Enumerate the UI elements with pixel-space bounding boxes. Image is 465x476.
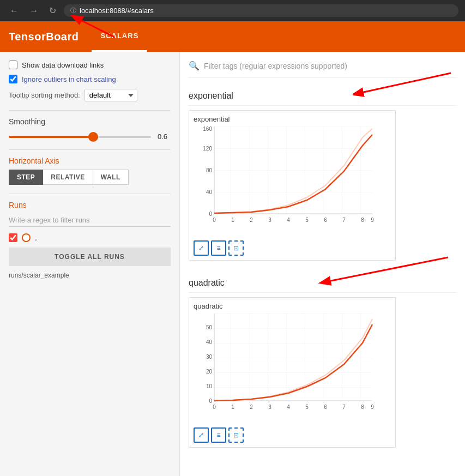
axis-step-button[interactable]: STEP (9, 170, 43, 185)
svg-text:9: 9 (371, 217, 374, 223)
show-download-checkbox[interactable] (9, 61, 17, 69)
chart-svg-container-exponential: 0 40 80 120 160 0 1 2 3 4 5 6 (194, 126, 391, 237)
svg-rect-4 (214, 126, 372, 214)
runs-label: Runs (9, 201, 171, 209)
svg-text:0: 0 (209, 398, 212, 404)
sidebar: Show data download links Ignore outliers… (0, 52, 180, 476)
chart-actions-quadratic: ⤢ ≡ ⊡ (194, 427, 391, 443)
svg-text:3: 3 (268, 217, 271, 223)
svg-text:7: 7 (342, 404, 346, 410)
svg-text:1: 1 (231, 404, 234, 410)
tooltip-sorting-select[interactable]: default ascending descending nearest (84, 89, 137, 101)
expand-chart-exponential[interactable]: ⤢ (194, 240, 209, 256)
chart-title-exponential: exponential (194, 115, 391, 123)
svg-text:1: 1 (231, 217, 234, 223)
ignore-outliers-label[interactable]: Ignore outliers in chart scaling (22, 75, 116, 83)
show-download-links-row: Show data download links (9, 61, 171, 69)
svg-text:2: 2 (250, 217, 253, 223)
horizontal-axis-section: Horizontal Axis STEP RELATIVE WALL (9, 156, 171, 185)
filter-bar: 🔍 (189, 61, 456, 78)
section-header-exponential: exponential (189, 87, 456, 106)
url-text: localhost:8088/#scalars (80, 7, 154, 15)
show-download-label[interactable]: Show data download links (22, 61, 104, 69)
chart-title-quadratic: quadratic (194, 302, 391, 310)
svg-text:0: 0 (209, 211, 212, 217)
section-title-exponential: exponential (189, 91, 233, 101)
main-layout: Show data download links Ignore outliers… (0, 52, 465, 476)
list-chart-exponential[interactable]: ≡ (211, 240, 226, 256)
svg-text:20: 20 (206, 369, 213, 375)
axis-relative-button[interactable]: RELATIVE (43, 170, 93, 185)
data-options-section: Show data download links Ignore outliers… (9, 61, 171, 101)
runs-filter-input[interactable] (9, 214, 171, 227)
ignore-outliers-checkbox[interactable] (9, 75, 17, 83)
divider-2 (9, 149, 171, 150)
smoothing-row: 0.6 (9, 132, 171, 141)
toggle-all-runs-button[interactable]: TOGGLE ALL RUNS (9, 248, 171, 266)
divider-1 (9, 110, 171, 111)
ignore-outliers-row: Ignore outliers in chart scaling (9, 75, 171, 83)
svg-text:0: 0 (213, 217, 216, 223)
chart-actions-exponential: ⤢ ≡ ⊡ (194, 240, 391, 256)
smoothing-section: Smoothing 0.6 (9, 117, 171, 141)
svg-text:4: 4 (287, 217, 290, 223)
chart-svg-exponential: 0 40 80 120 160 0 1 2 3 4 5 6 (194, 126, 379, 236)
forward-button[interactable]: → (26, 5, 41, 17)
address-bar[interactable]: ⓘ localhost:8088/#scalars (64, 4, 458, 17)
tab-scalars[interactable]: SCALARS (92, 21, 147, 52)
svg-text:40: 40 (206, 339, 213, 345)
chart-svg-container-quadratic: 0 10 20 30 40 50 0 1 2 3 4 5 6 (194, 314, 391, 424)
smoothing-slider[interactable] (9, 136, 151, 138)
chart-svg-quadratic: 0 10 20 30 40 50 0 1 2 3 4 5 6 (194, 314, 379, 423)
run-circle[interactable] (22, 233, 31, 242)
chart-card-quadratic: quadratic 0 10 (189, 297, 396, 448)
run-checkbox[interactable] (9, 233, 17, 242)
svg-rect-24 (214, 314, 372, 401)
svg-text:8: 8 (361, 217, 364, 223)
runs-row: . (9, 233, 171, 242)
browser-chrome: ← → ↻ ⓘ localhost:8088/#scalars (0, 0, 465, 21)
expand-chart-quadratic[interactable]: ⤢ (194, 427, 209, 443)
chart-section-exponential: exponential exponential (189, 87, 456, 261)
run-dot: . (35, 233, 37, 242)
content-area: 🔍 exponential exponentia (180, 52, 465, 476)
reload-button[interactable]: ↻ (46, 4, 59, 17)
svg-text:5: 5 (305, 217, 309, 223)
top-nav: TensorBoard SCALARS (0, 21, 465, 52)
svg-text:30: 30 (206, 354, 213, 360)
brand-logo: TensorBoard (9, 31, 78, 43)
divider-3 (9, 194, 171, 194)
svg-line-22 (331, 257, 448, 281)
section-header-quadratic: quadratic (189, 274, 456, 293)
svg-text:4: 4 (287, 404, 290, 410)
grid-chart-quadratic[interactable]: ⊡ (228, 427, 244, 443)
run-name: runs/scalar_example (9, 272, 171, 279)
chart-section-quadratic: quadratic quadratic (189, 274, 456, 448)
filter-input[interactable] (204, 62, 456, 70)
svg-text:120: 120 (203, 146, 212, 152)
tooltip-sorting-label: Tooltip sorting method: (9, 91, 80, 99)
grid-chart-exponential[interactable]: ⊡ (228, 240, 244, 256)
search-icon: 🔍 (189, 61, 200, 71)
smoothing-label: Smoothing (9, 117, 171, 126)
nav-tabs: SCALARS (92, 21, 147, 52)
svg-text:2: 2 (250, 404, 253, 410)
runs-section: Runs . TOGGLE ALL RUNS runs/scalar_examp… (9, 201, 171, 279)
svg-text:3: 3 (268, 404, 271, 410)
list-chart-quadratic[interactable]: ≡ (211, 427, 226, 443)
tooltip-sorting-row: Tooltip sorting method: default ascendin… (9, 89, 171, 101)
svg-text:9: 9 (371, 404, 374, 410)
back-button[interactable]: ← (7, 5, 22, 17)
svg-text:40: 40 (206, 189, 213, 195)
axis-wall-button[interactable]: WALL (93, 170, 129, 185)
svg-text:5: 5 (305, 404, 309, 410)
svg-text:50: 50 (206, 324, 213, 330)
lock-icon: ⓘ (70, 7, 76, 15)
axis-buttons: STEP RELATIVE WALL (9, 170, 171, 185)
smoothing-value: 0.6 (158, 132, 171, 141)
section-title-quadratic: quadratic (189, 278, 225, 288)
svg-text:10: 10 (206, 383, 213, 389)
svg-text:7: 7 (342, 217, 346, 223)
svg-text:6: 6 (324, 404, 327, 410)
svg-text:6: 6 (324, 217, 327, 223)
